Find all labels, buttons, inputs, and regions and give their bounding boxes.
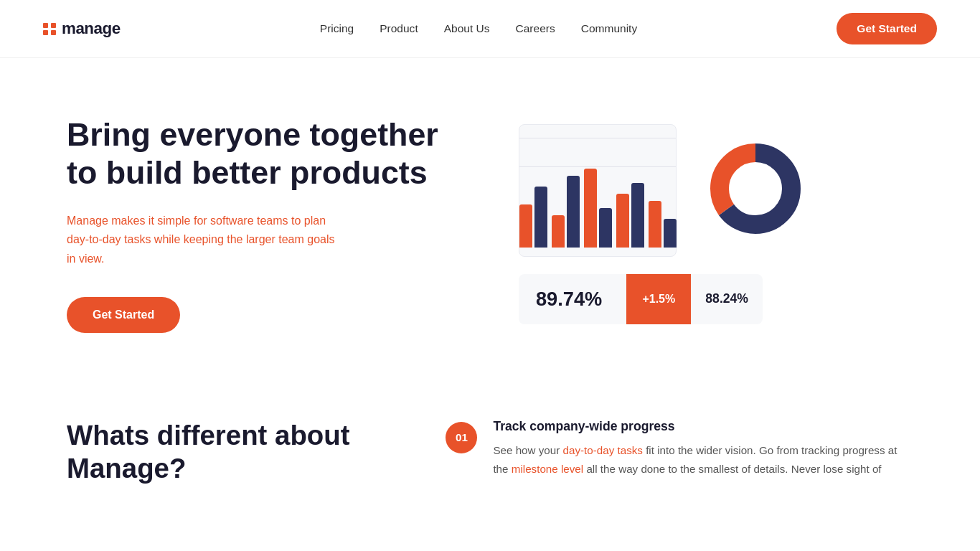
donut-chart <box>705 138 806 239</box>
bar-orange <box>519 204 532 248</box>
bar-navy <box>631 183 644 248</box>
bar-group-3 <box>584 169 612 248</box>
stat-main-value: 89.74% <box>519 275 626 324</box>
donut-hole <box>731 164 780 213</box>
hero-title: Bring everyone together to build better … <box>67 116 448 192</box>
second-section-right: 01 Track company-wide progress See how y… <box>446 419 913 479</box>
nav-product[interactable]: Product <box>380 22 418 35</box>
bar-orange <box>649 201 661 248</box>
stat-secondary-value: 88.24% <box>691 278 763 319</box>
feature-content-1: Track company-wide progress See how your… <box>493 419 913 479</box>
bar-navy <box>534 187 547 248</box>
hero-get-started-button[interactable]: Get Started <box>67 297 180 333</box>
nav-community[interactable]: Community <box>581 22 637 35</box>
bar-group-1 <box>519 187 547 248</box>
feature-title-1: Track company-wide progress <box>493 419 913 434</box>
hero-right: 89.74% +1.5% 88.24% <box>490 124 913 324</box>
bar-orange <box>616 194 629 248</box>
charts-top <box>519 124 913 257</box>
bar-navy <box>664 219 677 248</box>
header-get-started-button[interactable]: Get Started <box>837 13 937 44</box>
hero-section: Bring everyone together to build better … <box>24 58 956 376</box>
bar-orange <box>584 169 597 248</box>
second-section: Whats different about Manage? 01 Track c… <box>24 376 956 514</box>
feature-number-1: 01 <box>446 422 477 453</box>
hero-description: Manage makes it simple for software team… <box>67 212 339 268</box>
nav-about-us[interactable]: About Us <box>444 22 490 35</box>
logo: manage <box>43 19 121 38</box>
logo-text: manage <box>62 19 121 38</box>
bar-group-2 <box>552 176 580 248</box>
bar-orange <box>552 215 565 248</box>
bar-chart <box>519 124 677 257</box>
nav-careers[interactable]: Careers <box>516 22 555 35</box>
feature-desc-1: See how your day-to-day tasks fit into t… <box>493 441 913 479</box>
nav-pricing[interactable]: Pricing <box>320 22 354 35</box>
logo-dots-icon <box>43 23 56 35</box>
stat-badge: +1.5% <box>626 274 691 324</box>
bar-group-4 <box>616 183 644 248</box>
bar-navy <box>599 208 612 248</box>
bar-group-5 <box>649 201 677 248</box>
stats-row: 89.74% +1.5% 88.24% <box>519 274 763 324</box>
donut-svg <box>705 138 806 239</box>
second-section-left: Whats different about Manage? <box>67 419 388 485</box>
hero-left: Bring everyone together to build better … <box>67 116 448 333</box>
main-nav: Pricing Product About Us Careers Communi… <box>320 22 637 35</box>
bar-navy <box>567 176 580 248</box>
feature-item-1: 01 Track company-wide progress See how y… <box>446 419 913 479</box>
header: manage Pricing Product About Us Careers … <box>0 0 980 58</box>
second-section-title: Whats different about Manage? <box>67 419 388 485</box>
